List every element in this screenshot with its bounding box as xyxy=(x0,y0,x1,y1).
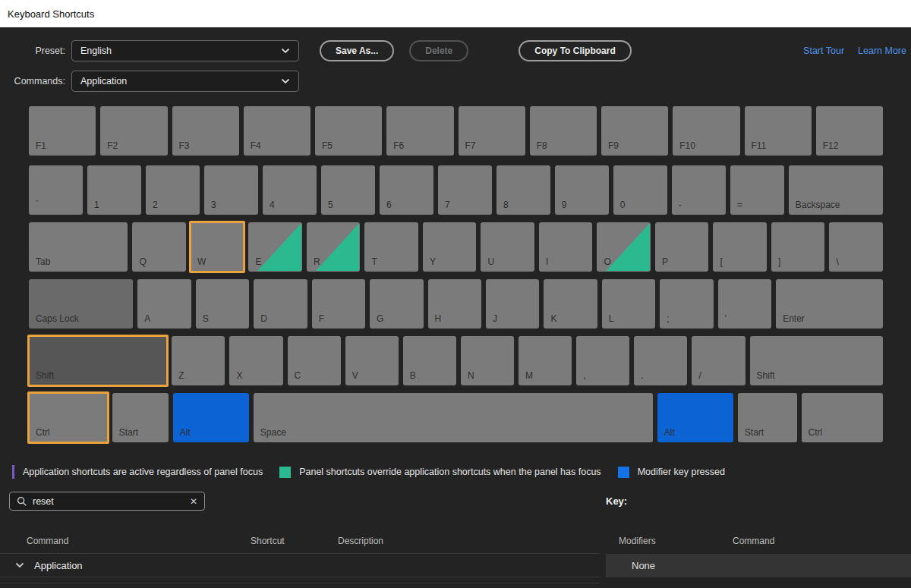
key-a[interactable]: A xyxy=(137,279,191,329)
key-backslash[interactable]: \ xyxy=(829,222,883,272)
key-e[interactable]: E xyxy=(248,222,302,272)
key-ctrl-left[interactable]: Ctrl xyxy=(29,393,108,442)
key-f[interactable]: F xyxy=(312,279,365,329)
key-label: F10 xyxy=(679,140,695,151)
key-f8[interactable]: F8 xyxy=(530,106,597,156)
key-caps-lock[interactable]: Caps Lock xyxy=(29,279,133,329)
key-enter[interactable]: Enter xyxy=(776,279,883,329)
key-x[interactable]: X xyxy=(229,336,282,385)
key-space[interactable]: Space xyxy=(254,393,653,442)
key-d[interactable]: D xyxy=(254,279,307,329)
key-quote[interactable]: ' xyxy=(718,279,771,329)
key-f2[interactable]: F2 xyxy=(100,106,167,156)
copy-to-clipboard-button[interactable]: Copy To Clipboard xyxy=(519,40,631,61)
key-panel-title: Key: xyxy=(606,495,627,507)
key-2[interactable]: 2 xyxy=(146,165,200,215)
key-semicolon[interactable]: ; xyxy=(660,279,713,329)
clear-search-icon[interactable]: ✕ xyxy=(190,497,197,506)
key-minus[interactable]: - xyxy=(672,165,726,215)
keyboard-row: `1234567890-=Backspace xyxy=(29,165,883,215)
key-9[interactable]: 9 xyxy=(555,165,609,215)
key-label: F9 xyxy=(608,140,619,151)
search-input[interactable] xyxy=(33,496,184,507)
key-start-left[interactable]: Start xyxy=(112,393,169,442)
column-header-description: Description xyxy=(338,536,600,546)
key-h[interactable]: H xyxy=(428,279,481,329)
key-ctrl-right[interactable]: Ctrl xyxy=(802,393,883,442)
key-f11[interactable]: F11 xyxy=(745,106,812,156)
key-l[interactable]: L xyxy=(602,279,655,329)
key-label: F11 xyxy=(752,140,767,151)
key-period[interactable]: . xyxy=(634,336,687,385)
key-3[interactable]: 3 xyxy=(204,165,258,215)
key-y[interactable]: Y xyxy=(423,222,477,272)
key-label: F8 xyxy=(537,140,547,151)
key-s[interactable]: S xyxy=(196,279,249,329)
key-p[interactable]: P xyxy=(655,222,709,272)
key-5[interactable]: 5 xyxy=(321,165,375,215)
key-f4[interactable]: F4 xyxy=(244,106,310,156)
key-8[interactable]: 8 xyxy=(496,165,550,215)
key-w[interactable]: W xyxy=(191,222,244,272)
key-4[interactable]: 4 xyxy=(263,165,317,215)
key-label: P xyxy=(662,256,668,267)
modifier-row-none[interactable]: None xyxy=(606,554,911,577)
key-b[interactable]: B xyxy=(403,336,456,385)
key-m[interactable]: M xyxy=(519,336,572,385)
next-row-edge xyxy=(0,577,600,583)
key-label: , xyxy=(583,370,585,381)
key-q[interactable]: Q xyxy=(132,222,186,272)
start-tour-link[interactable]: Start Tour xyxy=(803,46,844,56)
key-f10[interactable]: F10 xyxy=(673,106,739,156)
key-label: L xyxy=(609,313,614,324)
key-o[interactable]: O xyxy=(597,222,651,272)
key-bracket-right[interactable]: ] xyxy=(771,222,825,272)
key-label: ; xyxy=(667,313,669,324)
search-box[interactable]: ✕ xyxy=(9,492,205,511)
key-z[interactable]: Z xyxy=(172,336,225,385)
key-label: E xyxy=(255,256,261,267)
key-7[interactable]: 7 xyxy=(438,165,492,215)
key-label: X xyxy=(236,370,242,381)
key-f7[interactable]: F7 xyxy=(459,106,525,156)
key-backspace[interactable]: Backspace xyxy=(789,165,883,215)
chevron-down-icon xyxy=(15,562,24,568)
key-f3[interactable]: F3 xyxy=(172,106,239,156)
key-equals[interactable]: = xyxy=(730,165,784,215)
key-f9[interactable]: F9 xyxy=(601,106,668,156)
key-shift-right[interactable]: Shift xyxy=(750,336,883,385)
key-n[interactable]: N xyxy=(461,336,514,385)
key-comma[interactable]: , xyxy=(576,336,629,385)
key-g[interactable]: G xyxy=(370,279,423,329)
key-alt-left[interactable]: Alt xyxy=(173,393,249,442)
key-f6[interactable]: F6 xyxy=(386,106,453,156)
key-1[interactable]: 1 xyxy=(87,165,141,215)
commands-dropdown[interactable]: Application xyxy=(71,71,299,92)
key-slash[interactable]: / xyxy=(692,336,745,385)
key-k[interactable]: K xyxy=(544,279,597,329)
key-alt-right[interactable]: Alt xyxy=(657,393,733,442)
key-f5[interactable]: F5 xyxy=(315,106,382,156)
key-f1[interactable]: F1 xyxy=(29,106,96,156)
key-tab[interactable]: Tab xyxy=(29,222,128,272)
key-u[interactable]: U xyxy=(481,222,534,272)
delete-button[interactable]: Delete xyxy=(409,40,468,61)
key-v[interactable]: V xyxy=(345,336,399,385)
learn-more-link[interactable]: Learn More xyxy=(858,46,906,56)
key-start-right[interactable]: Start xyxy=(738,393,797,442)
key-i[interactable]: I xyxy=(539,222,593,272)
save-as-button[interactable]: Save As... xyxy=(320,40,394,61)
key-0[interactable]: 0 xyxy=(613,165,667,215)
key-shift-left[interactable]: Shift xyxy=(29,336,167,385)
key-bracket-left[interactable]: [ xyxy=(713,222,767,272)
key-t[interactable]: T xyxy=(364,222,418,272)
command-group-application[interactable]: Application xyxy=(0,554,600,577)
key-label: 1 xyxy=(94,200,99,210)
key-c[interactable]: C xyxy=(288,336,341,385)
key-f12[interactable]: F12 xyxy=(816,106,883,156)
key-6[interactable]: 6 xyxy=(380,165,433,215)
key-j[interactable]: J xyxy=(486,279,539,329)
key-r[interactable]: R xyxy=(307,222,361,272)
preset-dropdown[interactable]: English xyxy=(71,40,299,61)
key-backquote[interactable]: ` xyxy=(29,165,83,215)
